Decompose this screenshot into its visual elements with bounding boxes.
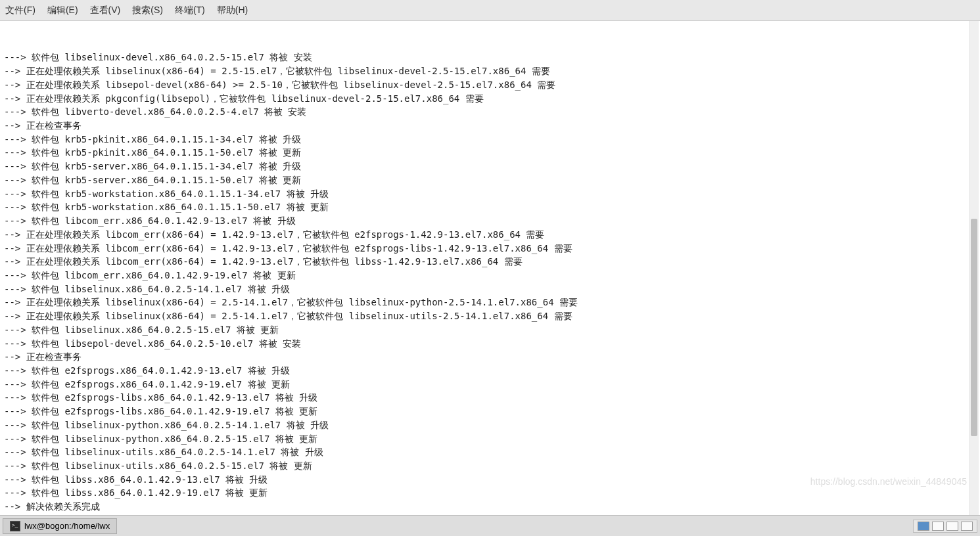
terminal-line: --> 正在处理依赖关系 libsepol-devel(x86-64) >= 2… [4,78,976,92]
terminal-line: ---> 软件包 krb5-server.x86_64.0.1.15.1-34.… [4,160,976,173]
menu-search[interactable]: 搜索(S) [132,5,163,16]
workspace-1[interactable] [918,522,929,531]
terminal-line: ---> 软件包 e2fsprogs-libs.x86_64.0.1.42.9-… [4,405,976,418]
menu-file[interactable]: 文件(F) [5,5,35,16]
terminal-line: ---> 软件包 libselinux-python.x86_64.0.2.5-… [4,432,976,446]
terminal-line: ---> 软件包 e2fsprogs-libs.x86_64.0.1.42.9-… [4,391,976,405]
terminal-line: --> 正在处理依赖关系 libselinux(x86-64) = 2.5-14… [4,296,976,309]
terminal-output[interactable]: ---> 软件包 libselinux-devel.x86_64.0.2.5-1… [0,21,980,515]
menu-terminal[interactable]: 终端(T) [175,5,205,16]
taskbar-window-button[interactable]: lwx@bogon:/home/lwx [3,518,117,534]
terminal-line: ---> 软件包 libsepol-devel.x86_64.0.2.5-10.… [4,337,976,351]
terminal-line: ---> 软件包 libselinux-utils.x86_64.0.2.5-1… [4,445,976,459]
terminal-line: ---> 软件包 krb5-pkinit.x86_64.0.1.15.1-34.… [4,133,976,146]
scrollbar[interactable] [969,21,979,515]
terminal-line: ---> 软件包 libselinux-python.x86_64.0.2.5-… [4,418,976,432]
taskbar: lwx@bogon:/home/lwx [0,515,980,536]
workspace-3[interactable] [946,522,958,531]
terminal-line: ---> 软件包 krb5-pkinit.x86_64.0.1.15.1-50.… [4,146,976,160]
terminal-line: 依赖关系解决 [4,514,976,515]
terminal-line: --> 正在处理依赖关系 pkgconfig(libsepol)，它被软件包 l… [4,92,976,106]
terminal-line: --> 正在处理依赖关系 libcom_err(x86-64) = 1.42.9… [4,255,976,269]
workspace-switcher[interactable] [913,520,977,533]
terminal-line: --> 正在处理依赖关系 libselinux(x86-64) = 2.5-15… [4,64,976,78]
terminal-line: ---> 软件包 libcom_err.x86_64.0.1.42.9-13.e… [4,214,976,228]
terminal-line: ---> 软件包 libselinux.x86_64.0.2.5-14.1.el… [4,282,976,296]
taskbar-window-title: lwx@bogon:/home/lwx [24,521,110,531]
menu-view[interactable]: 查看(V) [90,5,121,16]
terminal-line: ---> 软件包 libcom_err.x86_64.0.1.42.9-19.e… [4,269,976,282]
terminal-line: ---> 软件包 libselinux.x86_64.0.2.5-15.el7 … [4,323,976,337]
terminal-line: --> 解决依赖关系完成 [4,500,976,514]
menubar: 文件(F) 编辑(E) 查看(V) 搜索(S) 终端(T) 帮助(H) [0,0,980,21]
terminal-line: ---> 软件包 libselinux-utils.x86_64.0.2.5-1… [4,459,976,473]
terminal-line: --> 正在处理依赖关系 libcom_err(x86-64) = 1.42.9… [4,242,976,256]
terminal-line: ---> 软件包 libselinux-devel.x86_64.0.2.5-1… [4,51,976,64]
terminal-line: ---> 软件包 libverto-devel.x86_64.0.0.2.5-4… [4,105,976,119]
menu-help[interactable]: 帮助(H) [217,5,248,16]
menu-edit[interactable]: 编辑(E) [47,5,78,16]
terminal-line: ---> 软件包 krb5-workstation.x86_64.0.1.15.… [4,200,976,214]
terminal-line: --> 正在处理依赖关系 libcom_err(x86-64) = 1.42.9… [4,228,976,242]
terminal-line: --> 正在检查事务 [4,119,976,133]
terminal-line: ---> 软件包 e2fsprogs.x86_64.0.1.42.9-13.el… [4,364,976,378]
workspace-4[interactable] [961,522,973,531]
terminal-line: ---> 软件包 e2fsprogs.x86_64.0.1.42.9-19.el… [4,378,976,391]
terminal-line: ---> 软件包 krb5-workstation.x86_64.0.1.15.… [4,187,976,201]
scrollbar-thumb[interactable] [971,219,977,436]
watermark-text: https://blog.csdn.net/weixin_44849045 [810,475,967,489]
workspace-2[interactable] [932,522,944,531]
terminal-line: --> 正在处理依赖关系 libselinux(x86-64) = 2.5-14… [4,309,976,323]
terminal-line: --> 正在检查事务 [4,350,976,364]
terminal-line: ---> 软件包 krb5-server.x86_64.0.1.15.1-50.… [4,173,976,187]
terminal-icon [10,521,20,531]
